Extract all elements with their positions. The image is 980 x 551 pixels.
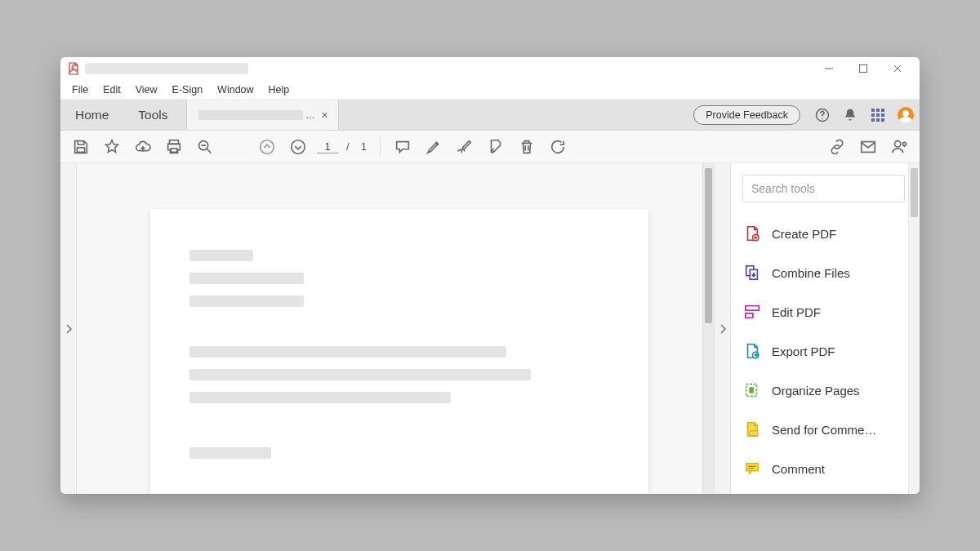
export-pdf-icon	[742, 341, 762, 361]
document-tab-title-placeholder	[198, 110, 303, 120]
highlight-icon[interactable]	[421, 135, 446, 159]
window-close-button[interactable]	[880, 57, 915, 80]
svg-rect-28	[749, 387, 754, 393]
tool-combine-files[interactable]: Combine Files	[737, 253, 916, 292]
avatar-icon	[898, 107, 914, 123]
tool-edit-pdf[interactable]: Edit PDF	[737, 292, 916, 331]
save-icon[interactable]	[69, 135, 93, 159]
edit-pdf-icon	[742, 302, 762, 322]
window-maximize-button[interactable]	[846, 57, 880, 80]
provide-feedback-button[interactable]: Provide Feedback	[693, 105, 800, 125]
tools-list: Create PDF Combine Files Edit PDF	[731, 211, 920, 488]
page-number-input[interactable]	[317, 140, 338, 153]
nav-tools[interactable]: Tools	[123, 100, 182, 130]
page-up-icon[interactable]	[255, 135, 279, 159]
share-people-icon[interactable]	[887, 135, 911, 159]
star-icon[interactable]	[100, 135, 124, 159]
scrollbar-thumb[interactable]	[705, 168, 712, 323]
tools-pane: Create PDF Combine Files Edit PDF	[730, 163, 920, 494]
window-minimize-button[interactable]	[812, 57, 846, 80]
left-panel-toggle[interactable]	[60, 163, 77, 494]
tool-label: Comment	[772, 462, 825, 476]
page-total: 1	[358, 140, 370, 153]
document-tab-close-button[interactable]: ×	[321, 109, 327, 122]
tool-send-for-comments[interactable]: Send for Comme…	[737, 410, 916, 449]
svg-rect-4	[876, 109, 880, 112]
rotate-icon[interactable]	[546, 135, 570, 159]
viewport-scrollbar[interactable]	[702, 163, 714, 494]
zoom-out-icon[interactable]	[193, 135, 217, 159]
cloud-upload-icon[interactable]	[131, 135, 155, 159]
stamp-icon[interactable]	[483, 135, 508, 159]
menu-esign[interactable]: E-Sign	[166, 82, 210, 97]
svg-rect-14	[171, 148, 176, 152]
sign-icon[interactable]	[452, 135, 477, 159]
svg-point-2	[822, 118, 822, 118]
svg-point-19	[895, 140, 901, 146]
svg-rect-11	[881, 118, 884, 122]
svg-rect-3	[871, 109, 875, 112]
tool-comment[interactable]: Comment	[737, 449, 916, 488]
svg-rect-24	[746, 306, 760, 311]
tool-label: Send for Comme…	[772, 423, 876, 437]
send-for-comments-icon	[742, 420, 762, 439]
menu-bar: File Edit View E-Sign Window Help	[60, 80, 920, 100]
tool-label: Create PDF	[772, 227, 836, 241]
link-share-icon[interactable]	[825, 135, 849, 159]
help-icon[interactable]	[808, 100, 836, 130]
tool-label: Edit PDF	[772, 305, 821, 319]
svg-point-20	[902, 142, 906, 145]
document-page	[150, 209, 648, 494]
apps-grid-icon[interactable]	[864, 100, 892, 130]
nav-home[interactable]: Home	[60, 100, 123, 130]
menu-window[interactable]: Window	[211, 82, 260, 97]
document-tab[interactable]: ... ×	[186, 100, 339, 130]
svg-point-17	[292, 140, 305, 153]
comment-icon[interactable]	[390, 135, 415, 159]
content-area: Create PDF Combine Files Edit PDF	[60, 163, 920, 494]
search-tools-input[interactable]	[742, 175, 905, 202]
svg-rect-0	[860, 65, 867, 73]
tool-export-pdf[interactable]: Export PDF	[737, 331, 916, 371]
svg-rect-12	[77, 147, 84, 152]
menu-edit[interactable]: Edit	[96, 82, 127, 97]
svg-point-16	[261, 140, 274, 153]
tools-scrollbar[interactable]	[908, 163, 920, 494]
app-icon	[67, 62, 80, 75]
svg-rect-7	[876, 113, 880, 117]
menu-help[interactable]: Help	[262, 82, 296, 97]
scrollbar-thumb[interactable]	[911, 168, 918, 217]
email-icon[interactable]	[856, 135, 880, 159]
tool-label: Combine Files	[772, 266, 850, 280]
tool-label: Organize Pages	[772, 384, 860, 398]
svg-rect-10	[876, 118, 880, 122]
page-down-icon[interactable]	[286, 135, 310, 159]
notifications-icon[interactable]	[836, 100, 864, 130]
tool-create-pdf[interactable]: Create PDF	[737, 214, 916, 253]
comment-tool-icon	[742, 459, 762, 478]
document-viewport[interactable]	[77, 163, 714, 494]
toolbar: / 1	[60, 131, 920, 163]
combine-files-icon	[742, 263, 762, 282]
delete-icon[interactable]	[514, 135, 539, 159]
print-icon[interactable]	[162, 135, 186, 159]
tool-label: Export PDF	[772, 344, 835, 358]
create-pdf-icon	[742, 224, 762, 243]
page-separator: /	[345, 140, 351, 153]
svg-rect-5	[881, 109, 884, 112]
svg-rect-25	[746, 313, 753, 318]
document-tab-ellipsis: ...	[306, 109, 315, 121]
organize-pages-icon	[742, 380, 762, 400]
svg-rect-6	[871, 113, 875, 117]
tool-organize-pages[interactable]: Organize Pages	[737, 371, 916, 410]
menu-file[interactable]: File	[65, 82, 95, 97]
account-avatar[interactable]	[892, 100, 920, 130]
app-window: File Edit View E-Sign Window Help Home T…	[60, 57, 920, 494]
menu-view[interactable]: View	[129, 82, 164, 97]
svg-rect-9	[871, 118, 875, 122]
window-title-placeholder	[85, 63, 248, 74]
right-panel-toggle[interactable]	[714, 163, 730, 494]
nav-row: Home Tools ... × Provide Feedback	[60, 100, 920, 131]
svg-rect-8	[881, 113, 884, 117]
titlebar	[60, 57, 920, 80]
